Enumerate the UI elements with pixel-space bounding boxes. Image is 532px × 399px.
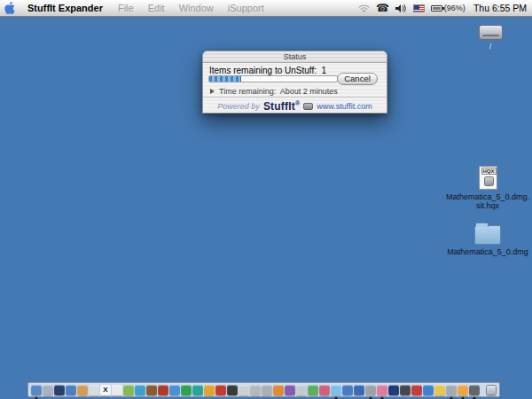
- dock-icon-28[interactable]: [342, 385, 353, 395]
- items-remaining-value: 1: [322, 66, 327, 75]
- dock-icon-9[interactable]: [123, 385, 134, 395]
- dock-icon-3[interactable]: [54, 385, 65, 395]
- dock-icon-39[interactable]: [469, 385, 480, 395]
- dock-icon-17[interactable]: [215, 385, 226, 395]
- dock-icon-27[interactable]: [331, 385, 341, 395]
- dialog-title: Status: [284, 52, 307, 61]
- cancel-button[interactable]: Cancel: [337, 73, 378, 85]
- hqx-art-icon: [484, 176, 494, 186]
- stuffit-url-link[interactable]: www.stuffit.com: [317, 102, 372, 111]
- hqx-badge: HQX: [481, 168, 497, 175]
- dialog-divider: [203, 97, 387, 98]
- dock-icon-x11[interactable]: X: [100, 385, 111, 395]
- keyboard-layout-flag-icon[interactable]: [413, 4, 425, 12]
- dock-icon-25[interactable]: [308, 385, 318, 395]
- dock-icon-13[interactable]: [169, 385, 180, 395]
- stuffit-logo-icon: [303, 103, 313, 110]
- dock-icon-30[interactable]: [365, 385, 376, 395]
- dock-icon-18[interactable]: [227, 385, 238, 395]
- dock-icon-24[interactable]: [296, 385, 307, 395]
- dock-icon-15[interactable]: [192, 385, 203, 395]
- dock-icon-finder[interactable]: [31, 385, 42, 395]
- time-remaining-value: About 2 minutes: [280, 87, 338, 96]
- desktop-icon-hard-disk[interactable]: /: [459, 25, 521, 51]
- dock-icon-32[interactable]: [388, 385, 399, 395]
- hard-disk-icon: [479, 25, 503, 40]
- phone-icon[interactable]: ☎: [376, 3, 389, 13]
- dock-icon-10[interactable]: [135, 385, 145, 395]
- battery-icon: [431, 5, 442, 12]
- dock-icon-34[interactable]: [411, 385, 422, 395]
- folder-icon: [474, 225, 501, 245]
- menu-edit[interactable]: Edit: [141, 3, 172, 13]
- dialog-title-bar[interactable]: Status: [203, 51, 387, 63]
- hqx-archive-label: Mathematica_5_0.dmg. sit.hqx: [446, 192, 529, 210]
- dock-icon-37[interactable]: [446, 385, 457, 395]
- dock-icon-19[interactable]: [239, 385, 249, 395]
- dock: X: [27, 382, 500, 397]
- menu-bar-clock[interactable]: Thu 6:55 PM: [472, 3, 527, 13]
- battery-percent: (96%): [444, 4, 466, 12]
- dock-icon-26[interactable]: [319, 385, 330, 395]
- dock-icon-6[interactable]: [89, 385, 99, 395]
- dialog-footer: Powered by StuffIt® www.stuffit.com: [203, 100, 387, 113]
- dock-icon-14[interactable]: [181, 385, 192, 395]
- hard-disk-label: /: [489, 43, 492, 51]
- dock-icon-36[interactable]: [434, 385, 445, 395]
- status-dialog: Status Items remaining to UnStuff: 1 Can…: [202, 51, 387, 113]
- time-remaining-text: Time remaining: About 2 minutes: [219, 87, 338, 96]
- dock-icon-23[interactable]: [285, 385, 295, 395]
- dock-icon-21[interactable]: [262, 385, 272, 395]
- dock-icon-22[interactable]: [273, 385, 284, 395]
- disclosure-triangle-icon[interactable]: [210, 89, 215, 94]
- menu-file[interactable]: File: [111, 3, 141, 13]
- menu-bar: StuffIt Expander File Edit Window iSuppo…: [0, 0, 532, 17]
- progress-bar-fill: [209, 76, 241, 82]
- dock-icon-12[interactable]: [158, 385, 168, 395]
- dock-icon-8[interactable]: [112, 385, 122, 395]
- powered-by-text: Powered by: [217, 102, 260, 111]
- dock-icon-35[interactable]: [423, 385, 434, 395]
- dock-icon-33[interactable]: [400, 385, 411, 395]
- dock-icon-2[interactable]: [43, 385, 53, 395]
- dock-icon-16[interactable]: [204, 385, 215, 395]
- desktop-icon-hqx-archive[interactable]: HQX Mathematica_5_0.dmg. sit.hqx: [452, 166, 523, 210]
- battery-status[interactable]: (96%): [431, 4, 466, 12]
- volume-icon[interactable]: [395, 4, 407, 13]
- dock-icon-5[interactable]: [77, 385, 88, 395]
- menu-window[interactable]: Window: [172, 3, 221, 13]
- items-remaining-text: Items remaining to UnStuff: 1: [209, 66, 326, 75]
- dock-icon-20[interactable]: [250, 385, 261, 395]
- menu-isupport[interactable]: iSupport: [221, 3, 271, 13]
- hqx-archive-icon: HQX: [479, 166, 497, 190]
- trash-icon[interactable]: [486, 385, 497, 395]
- apple-icon: [4, 2, 15, 14]
- active-app-name[interactable]: StuffIt Expander: [20, 3, 111, 13]
- stuffit-brand-text: StuffIt®: [263, 100, 300, 113]
- dock-icon-4[interactable]: [66, 385, 76, 395]
- dock-icon-38[interactable]: [458, 385, 468, 395]
- progress-bar: [208, 75, 338, 82]
- dock-icon-31[interactable]: [377, 385, 387, 395]
- wifi-icon[interactable]: [358, 4, 370, 12]
- dock-icon-29[interactable]: [354, 385, 364, 395]
- folder-label: Mathematica_5_0.dmg: [447, 247, 528, 256]
- desktop-icon-folder[interactable]: Mathematica_5_0.dmg: [448, 222, 528, 256]
- apple-menu[interactable]: [0, 2, 20, 14]
- dock-icon-11[interactable]: [146, 385, 157, 395]
